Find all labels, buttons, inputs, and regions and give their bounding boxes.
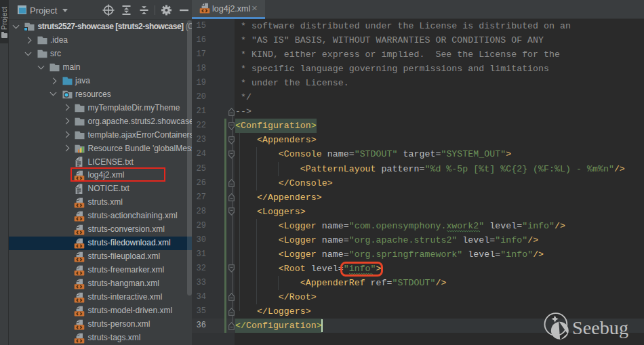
svg-text:Seebug: Seebug xyxy=(572,317,628,338)
